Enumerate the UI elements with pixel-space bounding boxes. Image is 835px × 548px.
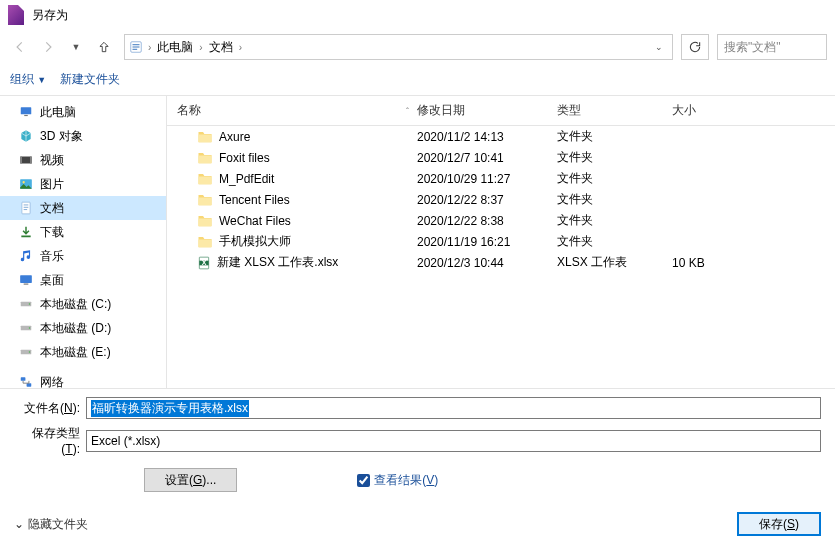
file-row[interactable]: Foxit files2020/12/7 10:41文件夹	[167, 147, 835, 168]
sidebar-item-label: 音乐	[40, 248, 64, 265]
forward-button	[36, 35, 60, 59]
settings-button[interactable]: 设置(G)...	[144, 468, 237, 492]
sidebar-item-doc[interactable]: 文档	[0, 196, 166, 220]
new-folder-button[interactable]: 新建文件夹	[60, 71, 120, 88]
svg-rect-17	[24, 284, 29, 285]
svg-rect-12	[24, 205, 29, 206]
search-input[interactable]: 搜索"文档"	[717, 34, 827, 60]
file-type: 文件夹	[557, 191, 672, 208]
svg-rect-25	[27, 383, 32, 387]
file-type: XLSX 工作表	[557, 254, 672, 271]
save-button[interactable]: 保存(S)	[737, 512, 821, 536]
file-date: 2020/12/7 10:41	[417, 151, 557, 165]
filetype-label: 保存类型(T):	[14, 425, 86, 456]
filetype-value: Excel (*.xlsx)	[91, 434, 160, 448]
sidebar-item-music[interactable]: 音乐	[0, 244, 166, 268]
file-date: 2020/12/22 8:37	[417, 193, 557, 207]
file-row[interactable]: Axure2020/11/2 14:13文件夹	[167, 126, 835, 147]
hide-folders-toggle[interactable]: ⌄ 隐藏文件夹	[14, 516, 88, 533]
file-row[interactable]: X新建 XLSX 工作表.xlsx2020/12/3 10:44XLSX 工作表…	[167, 252, 835, 273]
breadcrumb-current[interactable]: 文档	[207, 37, 235, 58]
window-title: 另存为	[32, 7, 68, 24]
file-row[interactable]: Tencent Files2020/12/22 8:37文件夹	[167, 189, 835, 210]
search-placeholder: 搜索"文档"	[724, 39, 781, 56]
file-name: 手机模拟大师	[219, 233, 291, 250]
chevron-down-icon: ⌄	[14, 517, 24, 531]
col-header-size[interactable]: 大小	[672, 102, 762, 119]
sidebar-item-label: 3D 对象	[40, 128, 83, 145]
sidebar-item-3d[interactable]: 3D 对象	[0, 124, 166, 148]
sidebar-item-pc[interactable]: 此电脑	[0, 100, 166, 124]
file-type: 文件夹	[557, 128, 672, 145]
svg-point-23	[29, 351, 31, 353]
view-result-checkbox[interactable]: 查看结果(V)	[357, 472, 438, 489]
file-row[interactable]: WeChat Files2020/12/22 8:38文件夹	[167, 210, 835, 231]
sidebar-item-download[interactable]: 下载	[0, 220, 166, 244]
filename-input[interactable]: 福昕转换器演示专用表格.xlsx	[86, 397, 821, 419]
svg-rect-2	[133, 46, 140, 47]
sidebar-item-label: 本地磁盘 (C:)	[40, 296, 111, 313]
svg-point-10	[23, 181, 25, 183]
sidebar-item-label: 视频	[40, 152, 64, 169]
file-type: 文件夹	[557, 170, 672, 187]
sidebar-item-disk[interactable]: 本地磁盘 (E:)	[0, 340, 166, 364]
svg-rect-5	[24, 115, 28, 116]
file-size: 10 KB	[672, 256, 762, 270]
refresh-button[interactable]	[681, 34, 709, 60]
sidebar-item-label: 图片	[40, 176, 64, 193]
file-row[interactable]: 手机模拟大师2020/11/19 16:21文件夹	[167, 231, 835, 252]
file-type: 文件夹	[557, 149, 672, 166]
col-header-name[interactable]: 名称	[177, 102, 201, 119]
file-name: Axure	[219, 130, 250, 144]
breadcrumb-root[interactable]: 此电脑	[155, 37, 195, 58]
svg-rect-24	[21, 377, 26, 381]
sidebar-item-label: 下载	[40, 224, 64, 241]
sidebar-item-disk[interactable]: 本地磁盘 (D:)	[0, 316, 166, 340]
file-date: 2020/11/19 16:21	[417, 235, 557, 249]
recent-dropdown[interactable]: ▼	[64, 35, 88, 59]
chevron-right-icon: ›	[197, 42, 204, 53]
svg-rect-7	[20, 157, 22, 164]
sidebar-item-label: 本地磁盘 (D:)	[40, 320, 111, 337]
sidebar-item-desktop[interactable]: 桌面	[0, 268, 166, 292]
svg-point-21	[29, 327, 31, 329]
sidebar-item-label: 文档	[40, 200, 64, 217]
sidebar-item-label: 桌面	[40, 272, 64, 289]
svg-text:X: X	[202, 258, 207, 265]
sidebar-item-network[interactable]: 网络	[0, 370, 166, 388]
col-header-date[interactable]: 修改日期	[417, 102, 557, 119]
svg-rect-13	[24, 207, 29, 208]
sidebar-item-image[interactable]: 图片	[0, 172, 166, 196]
svg-rect-3	[133, 49, 138, 50]
col-header-type[interactable]: 类型	[557, 102, 672, 119]
view-result-label: 查看结果(V)	[374, 472, 438, 489]
filename-value: 福昕转换器演示专用表格.xlsx	[91, 400, 249, 417]
file-name: Foxit files	[219, 151, 270, 165]
file-name: M_PdfEdit	[219, 172, 274, 186]
svg-rect-4	[21, 107, 32, 114]
folder-icon	[128, 39, 144, 55]
organize-menu[interactable]: 组织 ▼	[10, 71, 46, 88]
app-icon	[8, 5, 24, 25]
svg-rect-16	[20, 275, 32, 283]
chevron-right-icon: ›	[237, 42, 244, 53]
file-date: 2020/10/29 11:27	[417, 172, 557, 186]
sidebar-item-video[interactable]: 视频	[0, 148, 166, 172]
svg-rect-11	[22, 202, 30, 214]
svg-point-19	[29, 303, 31, 305]
hide-folders-label: 隐藏文件夹	[28, 516, 88, 533]
file-date: 2020/12/22 8:38	[417, 214, 557, 228]
sidebar: 此电脑3D 对象视频图片文档下载音乐桌面本地磁盘 (C:)本地磁盘 (D:)本地…	[0, 96, 166, 388]
file-name: WeChat Files	[219, 214, 291, 228]
sidebar-item-disk[interactable]: 本地磁盘 (C:)	[0, 292, 166, 316]
filetype-dropdown[interactable]: Excel (*.xlsx)	[86, 430, 821, 452]
chevron-down-icon[interactable]: ⌄	[649, 42, 669, 52]
file-type: 文件夹	[557, 212, 672, 229]
sort-icon: ˆ	[406, 106, 409, 116]
back-button	[8, 35, 32, 59]
file-row[interactable]: M_PdfEdit2020/10/29 11:27文件夹	[167, 168, 835, 189]
breadcrumb[interactable]: › 此电脑 › 文档 › ⌄	[124, 34, 673, 60]
file-type: 文件夹	[557, 233, 672, 250]
up-button[interactable]	[92, 35, 116, 59]
file-name: 新建 XLSX 工作表.xlsx	[217, 254, 338, 271]
